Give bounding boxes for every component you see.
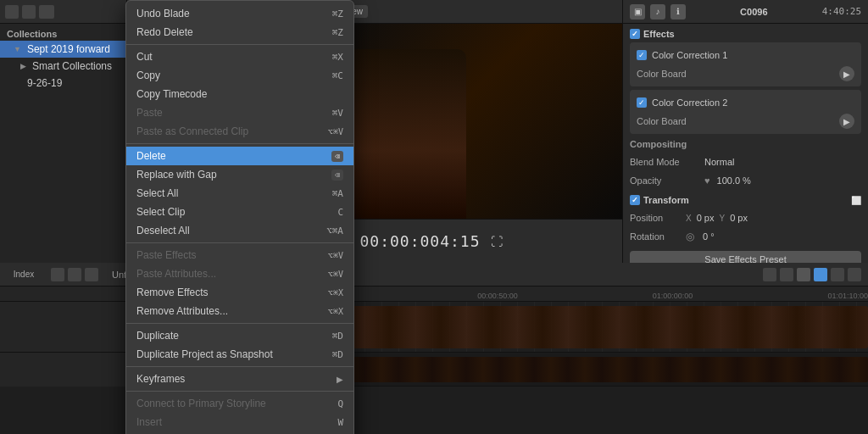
ruler-mark-4: 01:00:00:00 <box>653 292 693 300</box>
menu-paste-effects: Paste Effects ⌥⌘V <box>126 246 353 264</box>
save-effects-preset-button[interactable]: Save Effects Preset <box>630 251 861 263</box>
collections-header: Collections <box>0 24 126 41</box>
filter-icon[interactable] <box>39 5 54 19</box>
timeline-right-icon-4[interactable] <box>814 268 827 281</box>
color-correction-2-row[interactable]: ✓ Color Correction 2 <box>637 93 854 112</box>
fullscreen-button[interactable]: ⛶ <box>491 235 503 248</box>
list-icon[interactable] <box>5 5 19 19</box>
right-panel: ▣ ♪ ℹ C0096 4:40:25 ✓ Effects ✓ Color Co… <box>622 0 868 263</box>
info-panel-icon[interactable]: ℹ <box>670 4 686 19</box>
index-label: Index <box>7 270 41 279</box>
timeline-icon-2[interactable] <box>68 268 81 281</box>
opacity-label: Opacity <box>630 175 698 186</box>
rotation-row: Rotation ◎ 0 ° <box>630 227 861 246</box>
keyframes-arrow-icon: ▶ <box>337 375 343 384</box>
menu-undo-blade[interactable]: Undo Blade ⌘Z <box>126 4 353 23</box>
menu-deselect-all[interactable]: Deselect All ⌥⌘A <box>126 221 353 240</box>
menu-duplicate[interactable]: Duplicate ⌘D <box>126 326 353 345</box>
right-panel-toolbar: ▣ ♪ ℹ C0096 4:40:25 <box>623 0 868 24</box>
effects-checkbox[interactable]: ✓ <box>630 29 640 39</box>
sidebar-item-label: Smart Collections <box>32 60 112 72</box>
menu-paste-attributes: Paste Attributes... ⌥⌘V <box>126 264 353 283</box>
opacity-value[interactable]: 100.0 % <box>717 175 861 186</box>
cc1-sub[interactable]: Color Board ▶ <box>637 64 854 83</box>
panel-icons: ▣ ♪ ℹ <box>630 4 686 19</box>
menu-replace-gap[interactable]: Replace with Gap ⌫ <box>126 165 353 184</box>
compositing-title: Compositing <box>630 139 861 149</box>
transform-expand-icon[interactable]: ⬜ <box>851 196 861 205</box>
sidebar-toolbar <box>0 0 126 24</box>
cc1-label: Color Correction 1 <box>652 50 854 60</box>
rotation-label: Rotation <box>630 231 681 242</box>
menu-select-all[interactable]: Select All ⌘A <box>126 184 353 203</box>
x-value[interactable]: 0 px <box>697 213 715 223</box>
menu-separator-4 <box>126 323 353 324</box>
y-label: Y <box>719 214 725 223</box>
position-row: Position X 0 px Y 0 px <box>630 209 861 227</box>
video-panel-icon[interactable]: ▣ <box>630 4 645 19</box>
rotation-value[interactable]: 0 ° <box>703 231 715 242</box>
timeline-right-icon-2[interactable] <box>780 268 793 281</box>
menu-copy[interactable]: Copy ⌘C <box>126 66 353 85</box>
timeline-right-icon-3[interactable] <box>797 268 810 281</box>
transform-checkbox[interactable]: ✓ <box>630 195 640 205</box>
menu-keyframes[interactable]: Keyframes ▶ <box>126 370 353 388</box>
audio-panel-icon[interactable]: ♪ <box>650 4 665 19</box>
cc2-arrow[interactable]: ▶ <box>839 114 854 129</box>
menu-separator-1 <box>126 44 353 45</box>
menu-separator-5 <box>126 366 353 367</box>
sidebar-item-smart-collections[interactable]: ▶ Smart Collections <box>0 58 126 75</box>
cc2-label: Color Correction 2 <box>652 97 854 108</box>
timeline-right-icon-1[interactable] <box>763 268 776 281</box>
sidebar-item-9-26-19[interactable]: 9-26-19 <box>0 75 126 92</box>
menu-cut[interactable]: Cut ⌘X <box>126 47 353 66</box>
effects-panel: ✓ Effects ✓ Color Correction 1 Color Boa… <box>623 24 868 263</box>
ruler-mark-3: 00:00:50:00 <box>477 292 518 300</box>
position-label: Position <box>630 213 681 223</box>
track-label-1 <box>0 302 127 352</box>
timeline-right-icon-5[interactable] <box>831 268 844 281</box>
menu-insert: Insert W <box>126 413 353 431</box>
transform-section: ✓ Transform ⬜ Position X 0 px Y 0 px Rot… <box>630 195 861 246</box>
menu-remove-effects[interactable]: Remove Effects ⌥⌘X <box>126 283 353 302</box>
menu-connect-primary: Connect to Primary Storyline Q <box>126 394 353 413</box>
color-correction-1-item: ✓ Color Correction 1 Color Board ▶ <box>630 42 861 86</box>
rotation-dial-icon[interactable]: ◎ <box>686 231 694 242</box>
ruler-mark-5: 01:01:10:00 <box>827 292 868 300</box>
blend-mode-row: Blend Mode Normal <box>630 153 861 171</box>
chevron-icon: ▶ <box>20 62 26 70</box>
menu-separator-6 <box>126 391 353 392</box>
cc1-checkbox[interactable]: ✓ <box>637 50 647 60</box>
color-correction-1-row[interactable]: ✓ Color Correction 1 <box>637 46 854 64</box>
menu-redo-delete[interactable]: Redo Delete ⌘Z <box>126 23 353 42</box>
chevron-icon: ▼ <box>14 45 21 53</box>
track-label-2 <box>0 353 127 387</box>
timeline-icon-1[interactable] <box>51 268 64 281</box>
timeline-toolbar-icons <box>51 268 98 281</box>
y-value[interactable]: 0 px <box>730 213 748 223</box>
menu-remove-attributes[interactable]: Remove Attributes... ⌥⌘X <box>126 302 353 320</box>
cc1-arrow[interactable]: ▶ <box>839 66 854 81</box>
cc2-checkbox[interactable]: ✓ <box>637 97 647 108</box>
sidebar-item-sept2019[interactable]: ▼ Sept 2019 forward <box>0 41 126 58</box>
timeline-right-icon-6[interactable] <box>848 268 861 281</box>
clip-name: C0096 <box>740 7 767 17</box>
menu-delete[interactable]: Delete ⌫ <box>126 147 353 165</box>
menu-duplicate-snapshot[interactable]: Duplicate Project as Snapshot ⌘D <box>126 345 353 364</box>
sidebar-item-label: 9-26-19 <box>27 77 62 89</box>
menu-paste: Paste ⌘V <box>126 103 353 122</box>
opacity-heart-icon: ♥ <box>704 175 710 186</box>
menu-copy-timecode[interactable]: Copy Timecode <box>126 85 353 103</box>
cc2-sub[interactable]: Color Board ▶ <box>637 112 854 131</box>
menu-select-clip[interactable]: Select Clip C <box>126 203 353 221</box>
cc1-sub-label: Color Board <box>637 69 834 79</box>
effects-title: ✓ Effects <box>630 29 861 39</box>
timecode-display: 00:00:004:15 <box>359 232 480 250</box>
timeline-icon-3[interactable] <box>85 268 98 281</box>
menu-paste-connected: Paste as Connected Clip ⌥⌘V <box>126 122 353 141</box>
blend-mode-value[interactable]: Normal <box>704 157 861 167</box>
timeline-right-icons <box>763 268 861 281</box>
search-icon[interactable] <box>22 5 36 19</box>
clip-timecode: 4:40:25 <box>822 6 861 17</box>
cc2-sub-label: Color Board <box>637 116 834 126</box>
